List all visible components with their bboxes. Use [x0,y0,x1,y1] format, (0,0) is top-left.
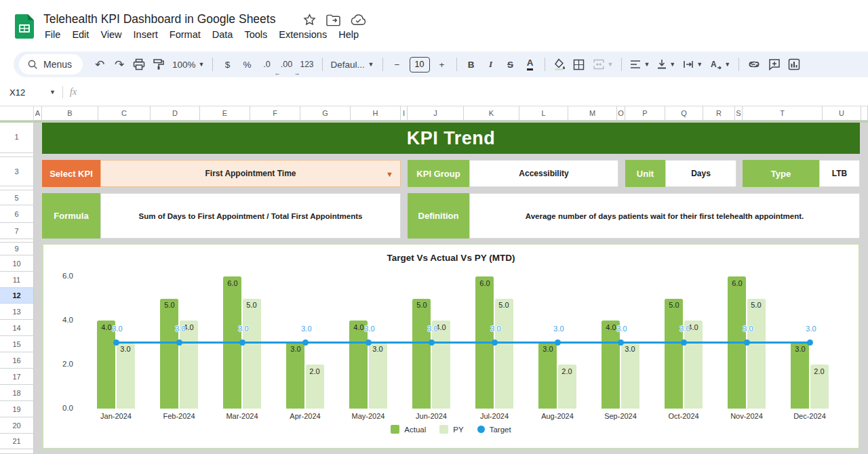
column-header-Q[interactable]: Q [665,106,703,121]
zoom-select[interactable]: 100%▼ [169,55,208,74]
decrease-font-size-button[interactable]: − [388,55,407,74]
text-wrap-button[interactable]: ▼ [679,55,706,74]
kpi-group-value-cell[interactable]: Accessibility [469,160,618,187]
type-value-cell[interactable]: LTB [819,160,860,187]
menu-format[interactable]: Format [170,29,201,40]
merge-cells-button[interactable]: ▼ [589,55,617,74]
text-color-button[interactable]: A [521,55,540,74]
row-header-19[interactable]: 19 [0,401,34,417]
row-header-16[interactable]: 16 [0,352,34,369]
move-to-folder-icon[interactable] [326,14,340,26]
chart-title: Target Vs Actual Vs PY (MTD) [43,253,859,263]
row-header-20[interactable]: 20 [0,417,34,434]
column-header-E[interactable]: E [200,106,250,121]
format-percent-button[interactable]: % [237,55,256,74]
insert-comment-button[interactable] [765,55,784,74]
target-value-label: 3.0 [482,325,509,333]
row-header-15[interactable]: 15 [0,336,34,352]
paint-format-icon [153,58,165,70]
column-header-R[interactable]: R [703,106,735,121]
column-header-P[interactable]: P [625,106,665,121]
menu-tools[interactable]: Tools [244,29,267,40]
name-box[interactable]: X12▼ [0,87,60,98]
formula-value-cell[interactable]: Sum of Days to First Appointment / Total… [100,193,401,239]
column-header-U[interactable]: U [823,106,861,121]
target-point [113,339,119,346]
increase-font-size-button[interactable]: + [433,55,452,74]
text-rotation-button[interactable]: A ▼ [707,55,734,74]
italic-button[interactable]: I [481,55,500,74]
print-button[interactable] [130,55,149,74]
menu-insert[interactable]: Insert [134,29,158,40]
row-header-11[interactable]: 11 [0,272,34,288]
insert-chart-button[interactable] [785,55,804,74]
definition-value-cell[interactable]: Average number of days patients wait for… [469,193,860,239]
x-axis-label: Apr-2024 [277,412,334,420]
column-header-G[interactable]: G [300,106,351,121]
menu-extensions[interactable]: Extensions [279,29,327,40]
font-select[interactable]: Defaul...▼ [328,55,378,74]
increase-decimal-button[interactable]: .00→ [277,55,296,74]
select-all-corner[interactable] [0,106,34,121]
actual-bar [665,299,683,409]
column-header-J[interactable]: J [408,106,464,121]
document-title[interactable]: Telehealth KPI Dashboard in Google Sheet… [43,12,275,26]
borders-button[interactable] [570,55,589,74]
row-header-7[interactable]: 7 [0,223,34,239]
column-header-O[interactable]: O [617,106,625,121]
redo-button[interactable]: ↷ [110,55,129,74]
menus-search-button[interactable]: Menus [19,54,83,75]
formula-input[interactable] [77,80,868,104]
menu-edit[interactable]: Edit [72,29,89,40]
menu-data[interactable]: Data [212,29,233,40]
column-header-F[interactable]: F [250,106,300,121]
column-header-I[interactable]: I [401,106,408,121]
column-header-K[interactable]: K [464,106,519,121]
star-icon[interactable] [303,14,316,26]
menus-label: Menus [43,59,72,70]
row-header-22[interactable] [0,449,34,454]
row-header-21[interactable]: 21 [0,434,34,449]
paint-format-button[interactable] [149,55,168,74]
column-header-M[interactable]: M [568,106,617,121]
row-header-12[interactable]: 12 [0,288,34,304]
row-header-17[interactable]: 17 [0,369,34,385]
column-header-partial[interactable] [861,106,868,121]
menu-view[interactable]: View [100,29,121,40]
column-header-S[interactable]: S [735,106,743,121]
row-header-5[interactable]: 5 [0,190,34,205]
column-header-L[interactable]: L [519,106,568,121]
menu-file[interactable]: File [45,29,60,40]
menu-help[interactable]: Help [338,29,359,40]
row-header-9[interactable]: 9 [0,243,34,255]
dropdown-arrow-icon[interactable]: ▼ [386,170,393,178]
bold-button[interactable]: B [462,55,481,74]
column-header-T[interactable]: T [743,106,823,121]
column-header-D[interactable]: D [151,106,200,121]
font-size-input[interactable]: 10 [410,57,430,73]
row-header-3[interactable]: 3 [0,157,34,186]
decrease-decimal-button[interactable]: .0← [257,55,276,74]
fx-icon: fx [70,87,77,98]
insert-link-button[interactable] [744,55,764,74]
vertical-align-button[interactable]: ▼ [654,55,679,74]
row-header-6[interactable]: 6 [0,205,34,223]
row-header-10[interactable]: 10 [0,255,34,272]
column-header-A[interactable]: A [34,106,42,121]
column-header-H[interactable]: H [351,106,401,121]
unit-value-cell[interactable]: Days [665,160,736,187]
py-bar [684,321,703,409]
column-header-B[interactable]: B [42,106,98,121]
kpi-select-dropdown[interactable]: First Appointment Time ▼ [100,160,401,187]
strikethrough-button[interactable]: S [501,55,520,74]
kpi-trend-chart[interactable]: Target Vs Actual Vs PY (MTD) ActualPYTar… [42,243,860,449]
format-currency-button[interactable]: $ [218,55,237,74]
row-header-14[interactable]: 14 [0,320,34,336]
row-header-1[interactable]: 1 [0,121,34,153]
undo-button[interactable]: ↶ [90,55,109,74]
column-header-C[interactable]: C [98,106,151,121]
row-header-18[interactable]: 18 [0,385,34,401]
row-header-13[interactable]: 13 [0,304,34,320]
fill-color-button[interactable] [550,55,569,74]
horizontal-align-button[interactable]: ▼ [627,55,653,74]
